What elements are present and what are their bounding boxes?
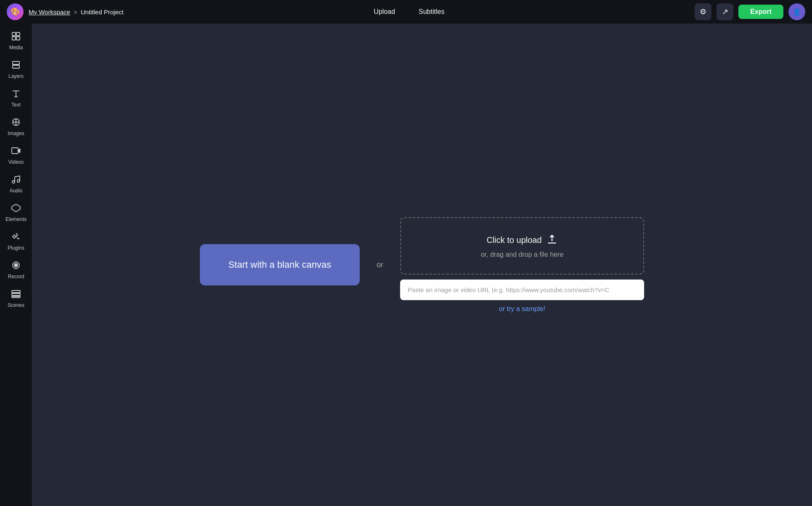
share-button[interactable]: ↗ [716, 3, 733, 20]
sidebar-media-label: Media [9, 45, 23, 51]
text-icon [11, 88, 21, 100]
svg-rect-5 [13, 65, 19, 68]
upload-section: Click to upload or, drag and drop a file… [400, 217, 644, 313]
upload-button[interactable]: Upload [369, 5, 400, 18]
sidebar-audio-label: Audio [10, 188, 23, 194]
export-button[interactable]: Export [738, 5, 783, 19]
layers-icon [11, 60, 21, 72]
record-icon [11, 260, 21, 272]
sidebar-images-label: Images [8, 130, 24, 136]
svg-rect-3 [16, 37, 20, 40]
topbar-right: ⚙ ↗ Export 👤 [695, 3, 805, 20]
gear-icon: ⚙ [700, 7, 706, 16]
svg-rect-19 [12, 290, 20, 293]
media-icon [11, 31, 21, 43]
svg-rect-0 [12, 32, 16, 36]
svg-rect-12 [12, 148, 18, 154]
content-area: Start with a blank canvas or Click to up… [200, 217, 644, 313]
breadcrumb-separator: > [74, 8, 77, 16]
svg-rect-1 [16, 32, 20, 36]
audio-icon [11, 174, 21, 186]
svg-point-14 [12, 181, 15, 183]
avatar-icon: 👤 [793, 8, 801, 16]
svg-rect-21 [12, 296, 20, 298]
blank-canvas-button[interactable]: Start with a blank canvas [200, 244, 360, 285]
drag-drop-label: or, drag and drop a file here [481, 251, 564, 258]
svg-point-15 [17, 180, 20, 182]
svg-rect-2 [12, 37, 16, 40]
share-icon: ↗ [722, 7, 728, 16]
upload-click-text: Click to upload [486, 233, 557, 248]
subtitles-button[interactable]: Subtitles [414, 5, 449, 18]
sidebar-item-videos[interactable]: Videos [2, 141, 30, 168]
sidebar-item-images[interactable]: Images [2, 113, 30, 140]
svg-point-18 [14, 264, 18, 267]
main-area: Start with a blank canvas or Click to up… [32, 24, 812, 506]
images-icon [11, 117, 21, 129]
avatar[interactable]: 👤 [788, 3, 805, 20]
click-to-upload-label: Click to upload [486, 235, 541, 245]
svg-marker-16 [12, 204, 20, 212]
or-divider: or [377, 261, 383, 269]
videos-icon [11, 146, 21, 157]
sidebar-item-record[interactable]: Record [2, 256, 30, 283]
app-logo: 🎨 [7, 3, 24, 20]
svg-rect-20 [12, 293, 20, 296]
sidebar-item-text[interactable]: Text [2, 84, 30, 111]
scenes-icon [11, 289, 21, 301]
sidebar-item-audio[interactable]: Audio [2, 170, 30, 197]
url-input[interactable] [400, 280, 644, 300]
sidebar-scenes-label: Scenes [8, 302, 24, 308]
sidebar-videos-label: Videos [8, 159, 24, 165]
upload-icon [546, 233, 558, 248]
sidebar-record-label: Record [8, 274, 24, 280]
svg-rect-4 [13, 61, 19, 64]
topbar-center: Upload Subtitles [128, 5, 690, 18]
try-sample-link[interactable]: or try a sample! [400, 305, 644, 313]
logo-emoji: 🎨 [11, 7, 20, 16]
topbar: 🎨 My Workspace > Untitled Project Upload… [0, 0, 812, 24]
sidebar-item-scenes[interactable]: Scenes [2, 285, 30, 312]
sidebar-item-elements[interactable]: Elements [2, 199, 30, 226]
workspace-link[interactable]: My Workspace [29, 8, 70, 16]
sidebar-plugins-label: Plugins [8, 245, 24, 251]
upload-dropzone[interactable]: Click to upload or, drag and drop a file… [400, 217, 644, 274]
sidebar-item-plugins[interactable]: Plugins [2, 227, 30, 254]
sidebar-item-layers[interactable]: Layers [2, 56, 30, 83]
sidebar-layers-label: Layers [8, 73, 24, 79]
project-name: Untitled Project [81, 8, 124, 16]
plugins-icon [11, 232, 21, 243]
breadcrumb: My Workspace > Untitled Project [29, 8, 123, 16]
elements-icon [11, 203, 21, 215]
sidebar-item-media[interactable]: Media [2, 27, 30, 54]
sidebar: Media Layers Text [0, 24, 32, 506]
sidebar-text-label: Text [11, 102, 21, 108]
settings-button[interactable]: ⚙ [695, 3, 711, 20]
sidebar-elements-label: Elements [5, 216, 27, 222]
